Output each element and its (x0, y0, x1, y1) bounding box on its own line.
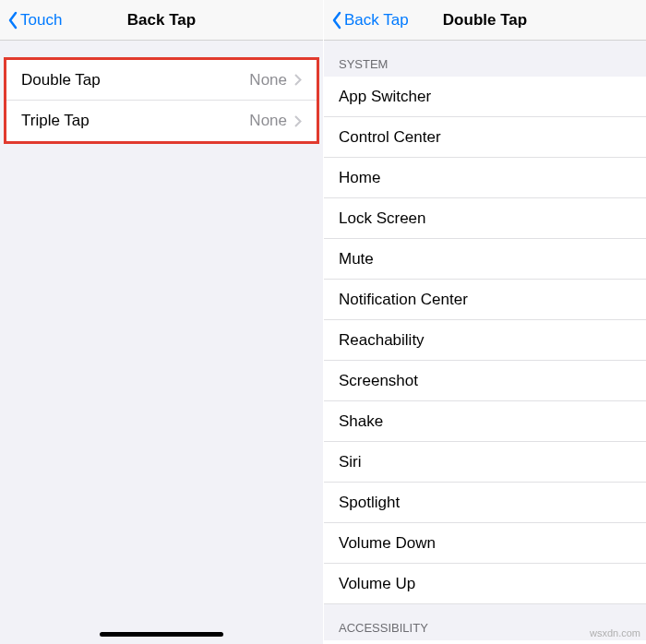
content-right: SYSTEM App Switcher Control Center Home … (324, 41, 646, 644)
content-left: Double Tap None Triple Tap None (0, 41, 323, 144)
pane-double-tap: Back Tap Double Tap SYSTEM App Switcher … (324, 0, 646, 644)
back-button-backtap[interactable]: Back Tap (331, 11, 409, 30)
option-mute[interactable]: Mute (324, 239, 646, 280)
section-header-system: SYSTEM (324, 41, 646, 77)
chevron-right-icon (294, 74, 302, 86)
watermark: wsxdn.com (590, 627, 640, 638)
back-label: Back Tap (344, 11, 409, 30)
chevron-left-icon (331, 11, 342, 30)
system-list: App Switcher Control Center Home Lock Sc… (324, 77, 646, 604)
navbar-right: Back Tap Double Tap (324, 0, 646, 41)
chevron-right-icon (294, 115, 302, 127)
row-value: None (249, 112, 287, 130)
pane-back-tap: Touch Back Tap Double Tap None Triple Ta… (0, 0, 324, 644)
row-label: Double Tap (21, 71, 249, 89)
home-indicator[interactable] (100, 632, 223, 637)
option-control-center[interactable]: Control Center (324, 117, 646, 158)
accessibility-list: AssistiveTouch Classic Invert Magnifier … (324, 640, 646, 644)
option-app-switcher[interactable]: App Switcher (324, 77, 646, 117)
option-screenshot[interactable]: Screenshot (324, 361, 646, 401)
option-reachability[interactable]: Reachability (324, 320, 646, 361)
row-label: Triple Tap (21, 112, 249, 130)
row-triple-tap[interactable]: Triple Tap None (6, 101, 317, 141)
row-double-tap[interactable]: Double Tap None (6, 60, 317, 101)
option-siri[interactable]: Siri (324, 442, 646, 483)
chevron-left-icon (7, 11, 18, 30)
option-spotlight[interactable]: Spotlight (324, 483, 646, 523)
option-notification-center[interactable]: Notification Center (324, 280, 646, 320)
back-label: Touch (20, 11, 62, 30)
option-volume-up[interactable]: Volume Up (324, 564, 646, 604)
option-assistivetouch[interactable]: AssistiveTouch (324, 640, 646, 644)
navbar-left: Touch Back Tap (0, 0, 323, 41)
row-value: None (249, 71, 287, 89)
option-home[interactable]: Home (324, 158, 646, 198)
back-button-touch[interactable]: Touch (7, 11, 62, 30)
option-lock-screen[interactable]: Lock Screen (324, 198, 646, 239)
option-volume-down[interactable]: Volume Down (324, 523, 646, 564)
option-shake[interactable]: Shake (324, 401, 646, 442)
highlighted-rows: Double Tap None Triple Tap None (4, 57, 319, 144)
